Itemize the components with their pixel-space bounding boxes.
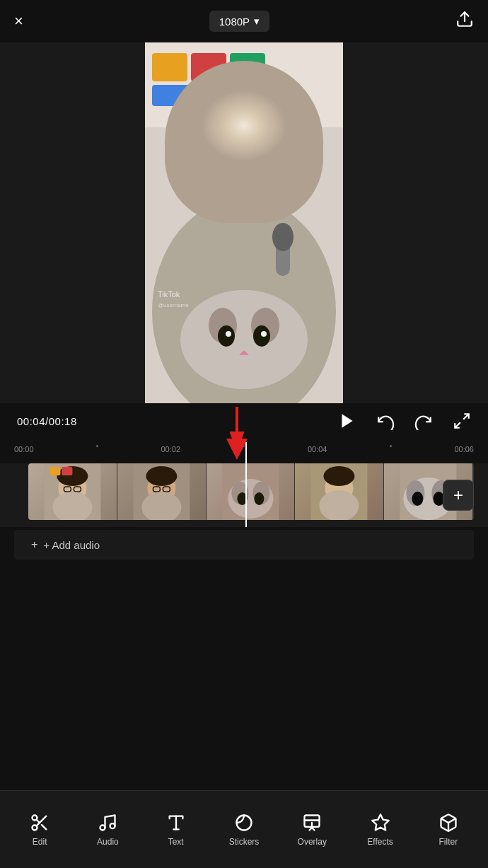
svg-marker-26 bbox=[342, 414, 352, 428]
svg-point-25 bbox=[272, 223, 294, 251]
svg-marker-77 bbox=[372, 814, 388, 830]
overlay-label: Overlay bbox=[298, 837, 327, 847]
header: × 1080P ▾ bbox=[0, 0, 488, 42]
svg-line-28 bbox=[455, 422, 460, 428]
svg-rect-11 bbox=[248, 166, 272, 182]
add-clip-button[interactable]: + bbox=[443, 480, 474, 511]
thumb-img-1 bbox=[28, 463, 117, 520]
video-content: TikTok @username bbox=[145, 42, 343, 403]
bottom-toolbar: Edit Audio Text Stickers bbox=[0, 790, 488, 868]
video-thumbnail: TikTok @username bbox=[145, 42, 343, 403]
text-label: Text bbox=[168, 837, 184, 847]
timeline-section: 00:00 00:02 00:04 00:06 bbox=[0, 439, 488, 565]
svg-line-69 bbox=[42, 824, 46, 828]
svg-rect-36 bbox=[62, 467, 72, 475]
effects-label: Effects bbox=[367, 837, 393, 847]
ruler-mark-1: 00:02 bbox=[161, 445, 180, 453]
spacer bbox=[0, 565, 488, 790]
svg-point-51 bbox=[324, 466, 355, 486]
video-frame: TikTok @username bbox=[145, 42, 343, 403]
toolbar-item-overlay[interactable]: Overlay bbox=[287, 806, 337, 854]
fullscreen-icon bbox=[453, 412, 471, 430]
toolbar-item-stickers[interactable]: Stickers bbox=[219, 806, 269, 854]
toolbar-item-audio[interactable]: Audio bbox=[83, 806, 132, 854]
svg-point-71 bbox=[100, 825, 105, 830]
toolbar-item-text[interactable]: Text bbox=[151, 806, 201, 854]
svg-point-18 bbox=[253, 325, 270, 347]
quality-selector[interactable]: 1080P ▾ bbox=[209, 11, 269, 32]
redo-button[interactable] bbox=[414, 412, 433, 430]
svg-rect-3 bbox=[152, 53, 187, 81]
svg-point-52 bbox=[320, 490, 359, 520]
timecode-display: 00:04/00:18 bbox=[17, 415, 77, 427]
svg-point-17 bbox=[218, 325, 235, 347]
ruler-dot-3 bbox=[390, 445, 392, 447]
svg-rect-7 bbox=[212, 85, 255, 106]
quality-arrow-icon: ▾ bbox=[254, 15, 260, 28]
svg-text:TikTok: TikTok bbox=[158, 290, 180, 299]
thumb-img-2 bbox=[117, 463, 206, 520]
add-clip-icon: + bbox=[453, 485, 463, 505]
svg-point-39 bbox=[146, 466, 177, 486]
timeline-ruler: 00:00 00:02 00:04 00:06 bbox=[0, 439, 488, 460]
video-preview: TikTok @username bbox=[0, 42, 488, 403]
video-thumb-3 bbox=[207, 463, 296, 520]
svg-line-70 bbox=[37, 819, 40, 823]
video-strip-container: + bbox=[0, 463, 488, 527]
audio-label: Audio bbox=[97, 837, 119, 847]
svg-point-20 bbox=[261, 331, 267, 337]
filter-label: Filter bbox=[438, 837, 458, 847]
effects-icon bbox=[371, 813, 390, 833]
scissors-icon bbox=[30, 813, 50, 833]
playhead bbox=[245, 442, 247, 527]
control-buttons bbox=[338, 412, 471, 430]
stickers-label: Stickers bbox=[229, 837, 260, 847]
svg-rect-10 bbox=[216, 166, 240, 182]
upload-icon bbox=[455, 10, 474, 28]
playback-controls: 00:04/00:18 bbox=[0, 403, 488, 439]
svg-rect-35 bbox=[50, 467, 60, 475]
redo-icon bbox=[414, 412, 433, 430]
video-thumb-1 bbox=[28, 463, 117, 520]
svg-text:@username: @username bbox=[158, 302, 189, 308]
svg-rect-5 bbox=[230, 53, 265, 81]
edit-label: Edit bbox=[33, 837, 47, 847]
thumb-img-3 bbox=[207, 463, 295, 520]
close-button[interactable]: × bbox=[14, 12, 23, 30]
undo-icon bbox=[376, 412, 395, 430]
ruler-dot-1 bbox=[96, 445, 98, 447]
filter-icon bbox=[438, 813, 458, 833]
stickers-icon bbox=[234, 813, 254, 833]
ruler-mark-0: 00:00 bbox=[14, 445, 34, 453]
play-icon bbox=[338, 412, 356, 430]
ruler-mark-2: 00:04 bbox=[308, 445, 327, 453]
video-thumb-2 bbox=[117, 463, 207, 520]
overlay-icon bbox=[302, 813, 322, 833]
ruler-mark-3: 00:06 bbox=[454, 445, 474, 453]
fullscreen-button[interactable] bbox=[453, 412, 471, 430]
video-strip[interactable] bbox=[28, 463, 474, 520]
svg-point-9 bbox=[193, 92, 295, 163]
svg-line-27 bbox=[463, 414, 469, 419]
add-audio-plus-icon: + bbox=[31, 538, 37, 551]
audio-icon bbox=[98, 813, 117, 833]
svg-point-57 bbox=[412, 492, 424, 506]
svg-point-19 bbox=[226, 331, 231, 337]
thumb-img-4 bbox=[295, 463, 383, 520]
svg-point-72 bbox=[110, 823, 115, 828]
svg-rect-6 bbox=[152, 85, 209, 106]
svg-point-14 bbox=[180, 290, 308, 389]
undo-button[interactable] bbox=[376, 412, 395, 430]
quality-label: 1080P bbox=[219, 16, 250, 28]
add-audio-row[interactable]: + + Add audio bbox=[14, 530, 474, 560]
play-button[interactable] bbox=[338, 412, 356, 430]
video-thumb-4 bbox=[295, 463, 384, 520]
toolbar-item-effects[interactable]: Effects bbox=[356, 806, 405, 854]
add-audio-label: + Add audio bbox=[43, 539, 100, 551]
ruler-labels: 00:00 00:02 00:04 00:06 bbox=[0, 445, 488, 453]
export-button[interactable] bbox=[455, 10, 474, 33]
svg-rect-4 bbox=[191, 53, 226, 81]
toolbar-item-edit[interactable]: Edit bbox=[15, 806, 64, 854]
toolbar-item-filter[interactable]: Filter bbox=[424, 806, 473, 854]
text-icon bbox=[166, 813, 186, 833]
